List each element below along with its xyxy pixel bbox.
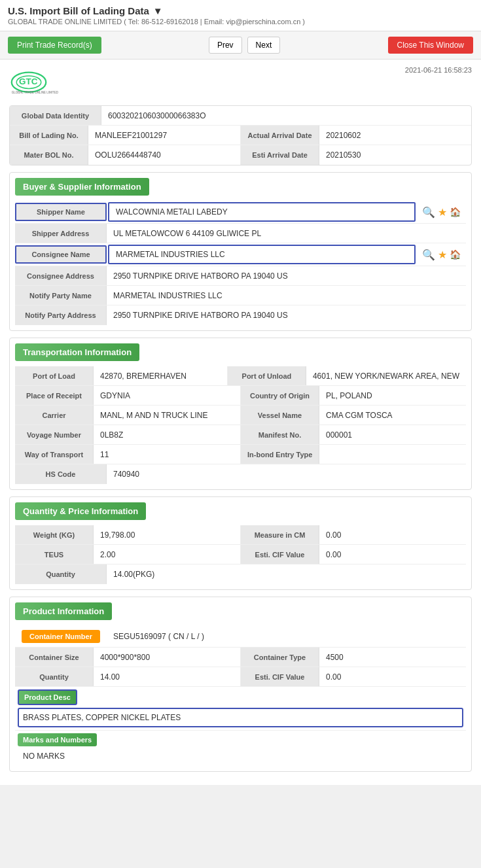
notify-name-row: Notify Party Name MARMETAL INDUSTRIES LL… [15,286,466,305]
esti-label: Esti Arrival Date [241,145,319,165]
product-cif-label: Esti. CIF Value [241,667,319,686]
bol-value: MANLEEF21001297 [88,126,240,145]
shipper-name-label: Shipper Name [15,203,107,221]
page-title: U.S. Import Bill of Lading Data ▼ [8,5,473,16]
master-row: Mater BOL No. OOLU2664448740 Esti Arriva… [10,145,471,165]
buyer-supplier-title: Buyer & Supplier Information [15,178,149,196]
container-size-value: 4000*900*800 [94,648,240,667]
manifest-value: 000001 [319,425,466,444]
quantity-price-title: Quantity & Price Information [15,502,146,520]
port-load-value: 42870, BREMERHAVEN [94,366,227,385]
toolbar: Print Trade Record(s) Prev Next Close Th… [0,31,481,60]
cif-value: 0.00 [319,545,466,564]
shipper-addr-row: Shipper Address UL METALOWCOW 6 44109 GL… [15,224,466,243]
marks-row: Marks and Numbers NO MARKS [15,731,466,766]
shipper-addr-value: UL METALOWCOW 6 44109 GLIWICE PL [107,224,466,243]
measure-value: 0.00 [319,525,466,544]
hs-label: HS Code [15,464,107,484]
basic-info-box: Global Data Identity 6003202106030000663… [9,105,472,165]
weight-row: Weight (KG) 19,798.00 Measure in CM 0.00 [15,525,466,545]
container-type-label: Container Type [241,648,319,667]
notify-addr-value: 2950 TURNPIKE DRIVE HATBORO PA 19040 US [107,305,466,325]
global-data-value: 600320210603000066383O [101,106,471,125]
container-number-button[interactable]: Container Number [22,630,100,643]
cif-label: Esti. CIF Value [241,545,319,564]
product-section: Product Information Container Number SEG… [9,597,472,772]
notify-addr-row: Notify Party Address 2950 TURNPIKE DRIVE… [15,305,466,325]
svg-text:GTC: GTC [19,77,38,86]
quantity-price-section: Quantity & Price Information Weight (KG)… [9,496,472,590]
dropdown-icon[interactable]: ▼ [153,5,163,16]
container-num-value: SEGU5169097 ( CN / L / ) [107,628,466,645]
next-button[interactable]: Next [247,37,281,54]
shipper-addr-label: Shipper Address [15,224,107,243]
shipper-name-value: WALCOWNIA METALI LABEDY [108,202,416,222]
transportation-title: Transportation Information [15,343,139,361]
teus-value: 2.00 [94,545,240,564]
consignee-name-row: Consignee Name MARMETAL INDUSTRIES LLC 🔍… [15,243,466,266]
port-row: Port of Load 42870, BREMERHAVEN Port of … [15,366,466,386]
master-label: Mater BOL No. [10,145,88,165]
qty-value: 14.00(PKG) [107,564,466,584]
inbond-value [319,445,466,464]
product-desc-value: BRASS PLATES, COPPER NICKEL PLATES [18,708,463,727]
consignee-name-value: MARMETAL INDUSTRIES LLC [108,245,416,264]
way-label: Way of Transport [15,445,94,464]
print-button[interactable]: Print Trade Record(s) [8,37,101,54]
vessel-value: CMA CGM TOSCA [319,406,466,425]
esti-value: 20210530 [319,145,471,165]
bol-label: Bill of Lading No. [10,126,88,145]
bol-row: Bill of Lading No. MANLEEF21001297 Actua… [10,126,471,145]
qty-row: Quantity 14.00(PKG) [15,564,466,584]
container-size-row: Container Size 4000*900*800 Container Ty… [15,648,466,667]
consignee-addr-label: Consignee Address [15,266,107,285]
logo-area: GTC GLOBAL TRADE ONLINE LIMITED 2021-06-… [9,66,472,99]
notify-addr-label: Notify Party Address [15,305,107,325]
container-size-label: Container Size [15,648,94,667]
shipper-home-icon[interactable]: 🏠 [450,207,461,217]
master-value: OOLU2664448740 [88,145,240,165]
transportation-section: Transportation Information Port of Load … [9,338,472,490]
product-cif-value: 0.00 [319,667,466,686]
consignee-name-label: Consignee Name [15,245,107,264]
inbond-label: In-bond Entry Type [241,445,319,464]
consignee-search-icon[interactable]: 🔍 [422,249,435,261]
svg-text:GLOBAL TRADE ONLINE LIMITED: GLOBAL TRADE ONLINE LIMITED [12,91,59,94]
way-value: 11 [94,445,240,464]
consignee-star-icon[interactable]: ★ [438,249,447,261]
consignee-icons: 🔍 ★ 🏠 [417,249,466,261]
shipper-star-icon[interactable]: ★ [438,206,447,218]
port-unload-label: Port of Unload [228,366,306,385]
marks-value: NO MARKS [18,749,463,763]
shipper-search-icon[interactable]: 🔍 [422,206,435,218]
way-row: Way of Transport 11 In-bond Entry Type [15,445,466,464]
arrival-label: Actual Arrival Date [241,126,319,145]
product-qty-row: Quantity 14.00 Esti. CIF Value 0.00 [15,667,466,687]
teus-row: TEUS 2.00 Esti. CIF Value 0.00 [15,545,466,564]
consignee-addr-value: 2950 TURNPIKE DRIVE HATBORO PA 19040 US [107,266,466,285]
origin-value: PL, POLAND [319,386,466,405]
container-num-label-wrap: Container Number [15,627,107,646]
origin-label: Country of Origin [241,386,319,405]
carrier-value: MANL, M AND N TRUCK LINE [94,406,240,425]
product-qty-label: Quantity [15,667,94,686]
buyer-supplier-section: Buyer & Supplier Information Shipper Nam… [9,172,472,331]
container-num-row: Container Number SEGU5169097 ( CN / L / … [15,625,466,648]
title-text: U.S. Import Bill of Lading Data [8,5,149,16]
global-data-row: Global Data Identity 6003202106030000663… [10,106,471,126]
receipt-value: GDYNIA [94,386,240,405]
shipper-name-row: Shipper Name WALCOWNIA METALI LABEDY 🔍 ★… [15,201,466,224]
teus-label: TEUS [15,545,94,564]
global-data-label: Global Data Identity [10,106,101,125]
receipt-label: Place of Receipt [15,386,94,405]
notify-name-label: Notify Party Name [15,286,107,305]
close-button[interactable]: Close This Window [388,37,473,54]
carrier-row: Carrier MANL, M AND N TRUCK LINE Vessel … [15,406,466,425]
product-qty-value: 14.00 [94,667,240,686]
prev-button[interactable]: Prev [209,37,242,54]
consignee-home-icon[interactable]: 🏠 [450,249,461,260]
notify-name-value: MARMETAL INDUSTRIES LLC [107,286,466,305]
consignee-addr-row: Consignee Address 2950 TURNPIKE DRIVE HA… [15,266,466,286]
manifest-label: Manifest No. [241,425,319,444]
hs-value: 740940 [107,464,466,484]
